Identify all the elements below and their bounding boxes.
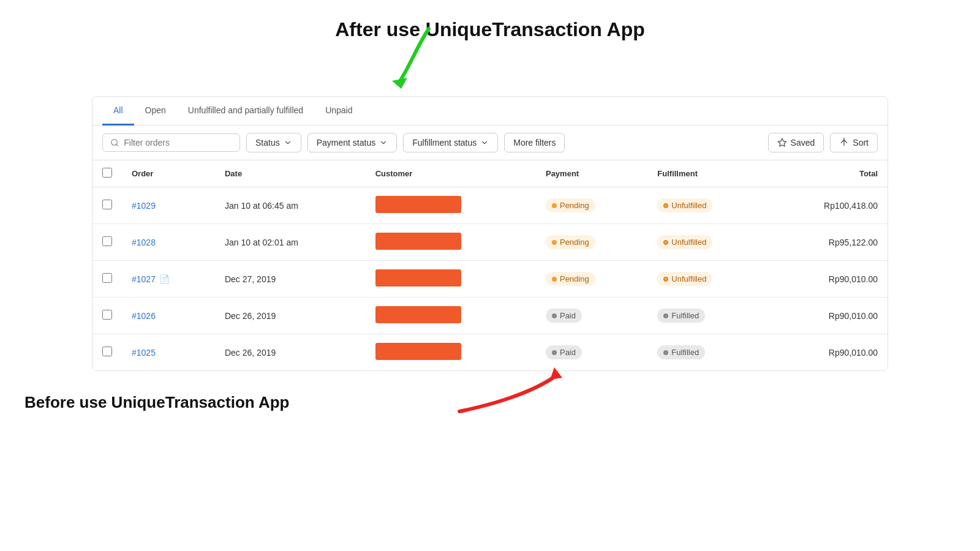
fulfillment-badge-dot <box>663 240 668 245</box>
chevron-down-icon <box>480 138 489 147</box>
row-checkbox[interactable] <box>102 200 112 209</box>
payment-badge-dot <box>552 277 557 282</box>
red-arrow-annotation <box>453 356 576 430</box>
order-number-cell[interactable]: #1028 <box>122 224 215 261</box>
order-link[interactable]: #1029 <box>132 201 156 211</box>
customer-cell <box>366 224 536 261</box>
order-link[interactable]: #1026 <box>132 311 156 321</box>
order-date-cell: Dec 27, 2019 <box>215 261 366 298</box>
order-number-cell[interactable]: #1027 📄 <box>122 261 215 298</box>
col-header-date: Date <box>215 160 366 187</box>
payment-status-filter-button[interactable]: Payment status <box>307 133 398 152</box>
svg-marker-6 <box>550 367 562 380</box>
green-arrow-annotation <box>380 23 502 96</box>
select-all-checkbox[interactable] <box>102 168 112 178</box>
search-wrap[interactable] <box>102 133 240 152</box>
bottom-annotation: Before use UniqueTransaction App <box>24 381 956 412</box>
fulfillment-badge: Unfulfilled <box>657 272 712 286</box>
customer-bar <box>375 306 461 323</box>
fulfillment-status-filter-button[interactable]: Fulfillment status <box>403 133 498 152</box>
fulfillment-badge: Fulfilled <box>657 309 705 323</box>
fulfillment-badge-label: Fulfilled <box>671 348 699 357</box>
more-filters-button[interactable]: More filters <box>504 133 565 152</box>
order-link[interactable]: #1027 <box>132 274 156 284</box>
bottom-label: Before use UniqueTransaction App <box>24 393 289 412</box>
customer-cell <box>366 298 536 334</box>
payment-badge-label: Paid <box>560 311 576 320</box>
fulfillment-badge-label: Fulfilled <box>671 311 699 320</box>
orders-table: Order Date Customer Payment Fulfillment … <box>92 160 888 370</box>
total-cell: Rp95,122.00 <box>769 224 888 261</box>
search-input[interactable] <box>124 138 232 148</box>
row-checkbox[interactable] <box>102 310 112 320</box>
customer-cell <box>366 261 536 298</box>
payment-status-cell: Pending <box>536 261 647 298</box>
row-checkbox-cell[interactable] <box>92 298 122 334</box>
fulfillment-status-cell: Unfulfilled <box>647 261 769 298</box>
order-number-cell[interactable]: #1029 <box>122 187 215 224</box>
row-checkbox-cell[interactable] <box>92 187 122 224</box>
fulfillment-badge: Unfulfilled <box>657 198 712 212</box>
saved-label: Saved <box>791 138 815 148</box>
chevron-down-icon <box>379 138 388 147</box>
payment-badge: Pending <box>546 198 595 212</box>
status-filter-button[interactable]: Status <box>246 133 301 152</box>
payment-status-filter-label: Payment status <box>317 138 376 148</box>
order-link[interactable]: #1025 <box>132 348 156 358</box>
orders-table-container: All Open Unfulfilled and partially fulfi… <box>92 96 888 371</box>
fulfillment-badge-dot <box>663 313 668 318</box>
order-date-cell: Jan 10 at 02:01 am <box>215 224 366 261</box>
customer-bar <box>375 233 461 250</box>
row-checkbox-cell[interactable] <box>92 334 122 371</box>
row-checkbox-cell[interactable] <box>92 224 122 261</box>
payment-status-cell: Pending <box>536 187 647 224</box>
table-row: #1027 📄 Dec 27, 2019 Pending Unfulfilled… <box>92 261 888 298</box>
fulfillment-badge-dot <box>663 350 668 355</box>
table-row: #1029 Jan 10 at 06:45 am Pending Unfulfi… <box>92 187 888 224</box>
payment-badge-dot <box>552 203 557 208</box>
col-header-customer: Customer <box>366 160 536 187</box>
fulfillment-badge-label: Unfulfilled <box>671 274 706 283</box>
row-checkbox[interactable] <box>102 273 112 283</box>
total-cell: Rp100,418.00 <box>769 187 888 224</box>
fulfillment-status-filter-label: Fulfillment status <box>412 138 477 148</box>
payment-badge-label: Paid <box>560 348 576 357</box>
table-row: #1026 Dec 26, 2019 Paid Fulfilled Rp90,0… <box>92 298 888 334</box>
col-header-order: Order <box>122 160 215 187</box>
payment-badge-label: Pending <box>560 238 589 247</box>
total-cell: Rp90,010.00 <box>769 261 888 298</box>
note-icon: 📄 <box>159 274 170 284</box>
col-header-fulfillment: Fulfillment <box>647 160 769 187</box>
row-checkbox-cell[interactable] <box>92 261 122 298</box>
row-checkbox[interactable] <box>102 347 112 356</box>
fulfillment-badge-dot <box>663 277 668 282</box>
payment-status-cell: Pending <box>536 224 647 261</box>
order-date-cell: Jan 10 at 06:45 am <box>215 187 366 224</box>
payment-badge-label: Pending <box>560 274 589 283</box>
fulfillment-status-cell: Fulfilled <box>647 334 769 371</box>
order-link[interactable]: #1028 <box>132 238 156 247</box>
customer-cell <box>366 187 536 224</box>
saved-button[interactable]: Saved <box>768 133 824 152</box>
col-header-payment: Payment <box>536 160 647 187</box>
order-number-cell[interactable]: #1025 <box>122 334 215 371</box>
fulfillment-status-cell: Fulfilled <box>647 298 769 334</box>
fulfillment-badge: Fulfilled <box>657 345 705 359</box>
sort-button[interactable]: Sort <box>830 133 878 152</box>
fulfillment-status-cell: Unfulfilled <box>647 187 769 224</box>
col-header-total: Total <box>769 160 888 187</box>
payment-badge-dot <box>552 313 557 318</box>
customer-bar <box>375 343 461 360</box>
fulfillment-badge-label: Unfulfilled <box>671 238 706 247</box>
order-number-cell[interactable]: #1026 <box>122 298 215 334</box>
payment-badge: Pending <box>546 235 595 249</box>
fulfillment-badge-dot <box>663 203 668 208</box>
row-checkbox[interactable] <box>102 236 112 246</box>
total-cell: Rp90,010.00 <box>769 334 888 371</box>
payment-badge-dot <box>552 350 557 355</box>
payment-status-cell: Paid <box>536 298 647 334</box>
sort-label: Sort <box>853 138 869 148</box>
status-filter-label: Status <box>255 138 280 148</box>
sort-icon <box>839 138 849 148</box>
fulfillment-badge-label: Unfulfilled <box>671 201 706 210</box>
